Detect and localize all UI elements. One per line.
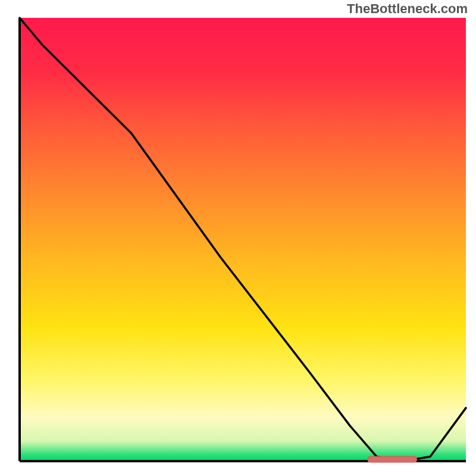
optimum-marker	[368, 456, 417, 462]
chart-stage: { "watermark": "TheBottleneck.com", "col…	[0, 0, 476, 476]
plot-background	[20, 18, 466, 461]
chart-svg	[0, 0, 476, 476]
